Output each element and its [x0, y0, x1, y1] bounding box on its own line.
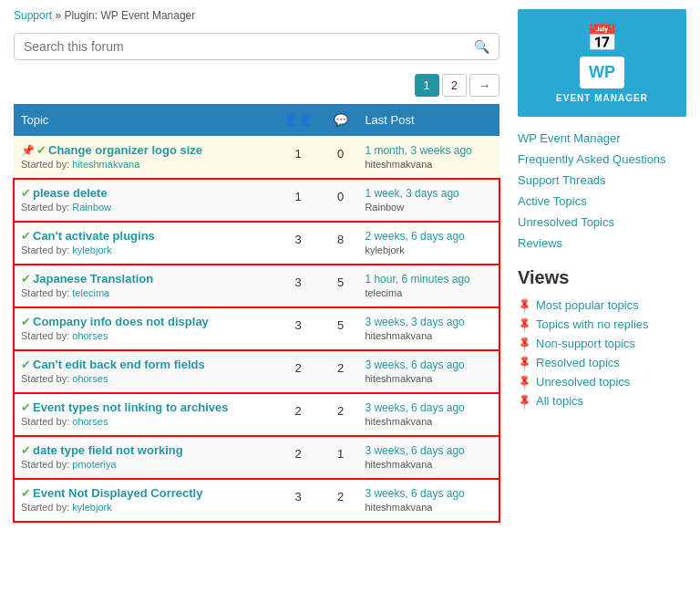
views-item-no-replies[interactable]: 📌Topics with no replies [518, 315, 686, 334]
starter-link[interactable]: ohorses [72, 416, 108, 427]
last-post-cell: 1 hour, 6 minutes agotelecima [357, 265, 499, 307]
voices-cell: 1 [273, 136, 324, 179]
last-post-cell: 3 weeks, 6 days agohiteshmakvana [357, 350, 499, 393]
starter-link[interactable]: ohorses [72, 373, 108, 384]
topic-title-link[interactable]: please delete [33, 186, 108, 200]
last-post-time: 3 weeks, 6 days ago [365, 401, 464, 414]
last-post-column-header: Last Post [357, 104, 499, 136]
views-item-non-support[interactable]: 📌Non-support topics [518, 334, 686, 353]
topic-title-link[interactable]: Change organizer logo size [48, 143, 202, 157]
replies-cell: 2 [324, 350, 357, 393]
last-post-cell: 2 weeks, 6 days agokylebjork [357, 222, 499, 265]
page-next-button[interactable]: → [469, 74, 499, 97]
topic-title-link[interactable]: Event types not linking to archives [33, 400, 229, 414]
views-item-most-popular[interactable]: 📌Most popular topics [518, 296, 686, 315]
table-row: 📌✔Change organizer logo sizeStarted by: … [14, 136, 499, 179]
last-post-user: Rainbow [365, 202, 404, 213]
table-row: ✔Event Not Displayed CorrectlyStarted by… [14, 479, 499, 522]
sidebar-item-unresolved-topics[interactable]: Unresolved Topics [518, 212, 686, 233]
topic-starter: Started by: telecima [21, 287, 109, 298]
table-row: ✔Can't activate pluginsStarted by: kyleb… [14, 222, 499, 265]
topic-cell: ✔Can't activate pluginsStarted by: kyleb… [14, 222, 273, 265]
starter-link[interactable]: kylebjork [72, 244, 111, 255]
topic-starter: Started by: ohorses [21, 373, 108, 384]
calendar-icon: 📅 [586, 23, 618, 53]
last-post-user: hiteshmakvana [365, 373, 432, 384]
table-row: ✔Company info does not displayStarted by… [14, 307, 499, 350]
replies-cell: 0 [324, 179, 357, 222]
topic-title-link[interactable]: Can't edit back end form fields [33, 358, 205, 371]
sidebar-item-support-threads[interactable]: Support Threads [518, 170, 686, 191]
page-1-button[interactable]: 1 [415, 74, 439, 97]
views-item-unresolved[interactable]: 📌Unresolved topics [518, 372, 686, 391]
starter-link[interactable]: telecima [72, 287, 109, 298]
pin-icon: 📌 [515, 315, 534, 334]
sidebar-item-active-topics[interactable]: Active Topics [518, 191, 686, 212]
page-2-button[interactable]: 2 [442, 74, 467, 97]
last-post-time: 3 weeks, 6 days ago [365, 487, 464, 500]
views-item-all-topics[interactable]: 📌All topics [518, 391, 686, 410]
search-icon[interactable]: 🔍 [474, 39, 489, 54]
table-header-row: Topic 👤👤 💬 Last Post [14, 104, 499, 136]
voices-cell: 1 [273, 179, 324, 222]
check-icon: ✔ [21, 229, 31, 243]
topic-cell: ✔Japanese TranslationStarted by: telecim… [14, 265, 273, 307]
last-post-time: 3 weeks, 6 days ago [365, 358, 464, 371]
last-post-cell: 1 month, 3 weeks agohiteshmakvana [357, 136, 499, 179]
pin-icon: 📌 [515, 391, 534, 410]
topic-cell: ✔Company info does not displayStarted by… [14, 307, 273, 350]
last-post-time: 3 weeks, 6 days ago [365, 444, 464, 457]
replies-cell: 1 [324, 436, 357, 479]
views-section: Views 📌Most popular topics📌Topics with n… [518, 267, 686, 410]
views-item-resolved[interactable]: 📌Resolved topics [518, 353, 686, 372]
replies-cell: 0 [324, 136, 357, 179]
starter-link[interactable]: ohorses [72, 330, 108, 341]
pagination: 1 2 → [14, 74, 499, 97]
wp-logo-text: WP [589, 63, 615, 82]
last-post-user: telecima [365, 287, 402, 298]
topic-title-link[interactable]: Japanese Translation [33, 272, 153, 286]
topic-table: Topic 👤👤 💬 Last Post 📌✔Change organizer … [14, 104, 499, 522]
topic-starter: Started by: kylebjork [21, 502, 112, 513]
table-row: ✔Event types not linking to archivesStar… [14, 393, 499, 436]
topic-title-link[interactable]: Can't activate plugins [33, 229, 155, 243]
replies-column-header: 💬 [324, 104, 357, 136]
voices-cell: 3 [273, 265, 324, 307]
topic-cell: ✔date type field not workingStarted by: … [14, 436, 273, 479]
voices-cell: 2 [273, 436, 324, 479]
breadcrumb: Support » Plugin: WP Event Manager [14, 9, 499, 22]
last-post-user: hiteshmakvana [365, 416, 432, 427]
replies-cell: 5 [324, 307, 357, 350]
last-post-cell: 3 weeks, 6 days agohiteshmakvana [357, 436, 499, 479]
search-input[interactable] [24, 39, 474, 54]
starter-link[interactable]: Rainbow [72, 202, 111, 213]
starter-link[interactable]: kylebjork [72, 502, 111, 513]
topic-starter: Started by: pmoteriya [21, 459, 117, 470]
sidebar-item-wp-event-manager[interactable]: WP Event Manager [518, 128, 686, 149]
breadcrumb-support-link[interactable]: Support [14, 9, 52, 22]
sidebar-item-reviews[interactable]: Reviews [518, 233, 686, 254]
starter-link[interactable]: hiteshmakvana [72, 159, 139, 170]
last-post-time: 1 month, 3 weeks ago [365, 144, 471, 157]
topic-cell: 📌✔Change organizer logo sizeStarted by: … [14, 136, 273, 179]
last-post-user: hiteshmakvana [365, 159, 432, 170]
topic-cell: ✔Can't edit back end form fieldsStarted … [14, 350, 273, 393]
topic-title-link[interactable]: Event Not Displayed Correctly [33, 486, 202, 500]
main-content: Support » Plugin: WP Event Manager 🔍 1 2… [14, 9, 499, 522]
topic-title-link[interactable]: date type field not working [33, 443, 183, 457]
last-post-time: 1 hour, 6 minutes ago [365, 273, 469, 286]
voices-cell: 3 [273, 307, 324, 350]
last-post-user: kylebjork [365, 244, 404, 255]
topic-cell: ✔please deleteStarted by: Rainbow [14, 179, 273, 222]
starter-link[interactable]: pmoteriya [72, 459, 116, 470]
replies-cell: 8 [324, 222, 357, 265]
sidebar-item-faq[interactable]: Frequently Asked Questions [518, 149, 686, 170]
check-icon: ✔ [21, 443, 31, 457]
topic-column-header: Topic [14, 104, 273, 136]
check-icon: ✔ [21, 186, 31, 200]
topic-title-link[interactable]: Company info does not display [33, 315, 209, 328]
last-post-cell: 1 week, 3 days agoRainbow [357, 179, 499, 222]
topic-starter: Started by: Rainbow [21, 202, 111, 213]
pin-icon: 📌 [515, 353, 534, 372]
last-post-cell: 3 weeks, 6 days agohiteshmakvana [357, 479, 499, 522]
